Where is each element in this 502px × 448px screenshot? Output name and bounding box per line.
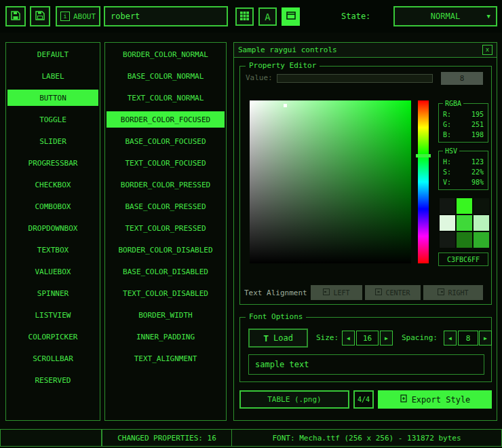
size-value[interactable]: 16 xyxy=(356,331,379,346)
g-value: 251 xyxy=(471,121,484,128)
hsv-row: V:98% xyxy=(443,179,484,186)
hue-slider-handle[interactable] xyxy=(416,154,431,157)
about-button[interactable]: i ABOUT xyxy=(56,6,100,26)
sample-controls-window: Sample raygui controls x Property Editor… xyxy=(233,42,497,421)
state-value: NORMAL xyxy=(431,12,460,21)
list-item[interactable]: DEFAULT xyxy=(7,46,98,62)
rgba-row: R:195 xyxy=(443,111,484,118)
list-item[interactable]: TEXT_ALIGNMENT xyxy=(107,350,225,367)
controls-list: DEFAULTLABELBUTTONTOGGLESLIDERPROGRESSBA… xyxy=(5,42,100,421)
list-item[interactable]: BORDER_COLOR_DISABLED xyxy=(107,242,225,258)
list-item[interactable]: DROPDOWNBOX xyxy=(7,220,98,236)
chevron-down-icon: ▼ xyxy=(487,13,490,20)
list-item[interactable]: TEXT_COLOR_DISABLED xyxy=(107,285,225,301)
property-editor-title: Property Editor xyxy=(246,61,320,71)
export-style-button[interactable]: Export Style xyxy=(378,390,492,409)
hue-bar[interactable] xyxy=(418,100,429,263)
list-item[interactable]: VALUEBOX xyxy=(7,263,98,280)
list-item[interactable]: BASE_COLOR_PRESSED xyxy=(107,198,225,214)
style-table-button[interactable] xyxy=(235,7,254,26)
toolbar: i ABOUT A State: NORMAL ▼ xyxy=(0,0,502,33)
list-item[interactable]: TEXT_COLOR_PRESSED xyxy=(107,220,225,236)
list-item[interactable]: BORDER_WIDTH xyxy=(107,307,225,323)
controls-window-toggle-button[interactable] xyxy=(282,7,300,26)
window-titlebar[interactable]: Sample raygui controls x xyxy=(234,43,497,58)
b-label: B: xyxy=(443,131,451,138)
list-item[interactable]: LISTVIEW xyxy=(7,307,98,323)
sample-text-input[interactable]: sample text xyxy=(248,354,484,375)
value-slider[interactable] xyxy=(277,74,433,83)
font-settings-button[interactable]: A xyxy=(258,7,277,26)
v-label: V: xyxy=(443,179,451,186)
spacing-decrease-button[interactable]: ◀ xyxy=(444,331,457,346)
color-picker-panel[interactable] xyxy=(250,100,411,263)
list-item[interactable]: TEXTBOX xyxy=(7,242,98,258)
palette-swatch[interactable] xyxy=(440,198,455,214)
spacing-increase-button[interactable]: ▶ xyxy=(479,331,492,346)
properties-list: BORDER_COLOR_NORMALBASE_COLOR_NORMALTEXT… xyxy=(104,42,227,421)
state-dropdown[interactable]: NORMAL ▼ xyxy=(393,6,497,26)
style-name-input[interactable] xyxy=(104,6,228,26)
list-item[interactable]: SCROLLBAR xyxy=(7,350,98,367)
close-button[interactable]: x xyxy=(482,45,493,55)
save-style-button[interactable] xyxy=(30,6,50,26)
list-item[interactable]: LABEL xyxy=(7,68,98,84)
list-item[interactable]: BASE_COLOR_DISABLED xyxy=(107,263,225,280)
palette-swatch[interactable] xyxy=(457,198,472,214)
palette-swatch[interactable] xyxy=(474,232,489,248)
align-left-button[interactable]: LEFT xyxy=(311,285,362,300)
text-t-icon: T xyxy=(263,333,269,343)
list-item[interactable]: BORDER_COLOR_FOCUSED xyxy=(107,111,225,128)
info-icon: i xyxy=(60,12,70,21)
list-item[interactable]: BASE_COLOR_NORMAL xyxy=(107,68,225,84)
list-item[interactable]: CHECKBOX xyxy=(7,176,98,193)
list-item[interactable]: BUTTON xyxy=(7,90,98,106)
list-item[interactable]: TEXT_COLOR_NORMAL xyxy=(107,90,225,106)
list-item[interactable]: BORDER_COLOR_PRESSED xyxy=(107,176,225,193)
list-item[interactable]: COMBOBOX xyxy=(7,198,98,214)
list-item[interactable]: BASE_COLOR_FOCUSED xyxy=(107,133,225,149)
export-format-button[interactable]: TABLE (.png) xyxy=(239,390,349,409)
text-alignment-label: Text Alignment xyxy=(244,288,307,297)
align-center-button[interactable]: CENTER xyxy=(365,285,421,300)
list-item[interactable]: INNER_PADDING xyxy=(107,329,225,345)
list-item[interactable]: TOGGLE xyxy=(7,111,98,128)
align-right-icon xyxy=(438,288,444,297)
floppy-disk-edit-icon xyxy=(35,10,45,23)
list-item[interactable]: RESERVED xyxy=(7,372,98,388)
size-increase-button[interactable]: ▶ xyxy=(380,331,393,346)
align-right-button[interactable]: RIGHT xyxy=(423,285,483,300)
statusbar-font-info: FONT: Mecha.ttf (256 x 256) - 131872 byt… xyxy=(231,429,502,447)
spacing-value[interactable]: 8 xyxy=(458,331,478,346)
palette-swatch[interactable] xyxy=(474,198,489,214)
size-decrease-button[interactable]: ◀ xyxy=(342,331,355,346)
color-picker-cursor[interactable] xyxy=(284,104,287,107)
about-label: ABOUT xyxy=(73,12,96,21)
window-title: Sample raygui controls xyxy=(238,45,482,54)
spacing-label: Spacing: xyxy=(402,333,438,342)
floppy-disk-icon xyxy=(10,10,21,23)
palette-swatch[interactable] xyxy=(440,215,455,231)
list-item[interactable]: TEXT_COLOR_FOCUSED xyxy=(107,155,225,171)
palette-swatch[interactable] xyxy=(440,232,455,248)
list-item[interactable]: BORDER_COLOR_NORMAL xyxy=(107,46,225,62)
palette-swatch[interactable] xyxy=(457,215,472,231)
palette-swatch[interactable] xyxy=(457,232,472,248)
list-item[interactable]: COLORPICKER xyxy=(7,329,98,345)
v-value: 98% xyxy=(471,179,484,186)
list-item[interactable]: SLIDER xyxy=(7,133,98,149)
statusbar-left xyxy=(0,429,102,447)
size-label: Size: xyxy=(316,333,339,342)
font-options-title: Font Options xyxy=(246,312,306,322)
load-style-button[interactable] xyxy=(5,6,26,26)
statusbar-changed-properties: CHANGED PROPERTIES: 16 xyxy=(102,429,232,447)
list-item[interactable]: SPINNER xyxy=(7,285,98,301)
b-value: 198 xyxy=(471,131,484,138)
list-item[interactable]: PROGRESSBAR xyxy=(7,155,98,171)
font-load-button[interactable]: T Load xyxy=(248,329,308,348)
font-load-label: Load xyxy=(273,333,293,343)
hex-value-input[interactable]: C3FBC6FF xyxy=(438,253,488,266)
palette-swatch[interactable] xyxy=(474,215,489,231)
state-label: State: xyxy=(341,12,370,21)
pages-value[interactable]: 4/4 xyxy=(353,390,374,409)
